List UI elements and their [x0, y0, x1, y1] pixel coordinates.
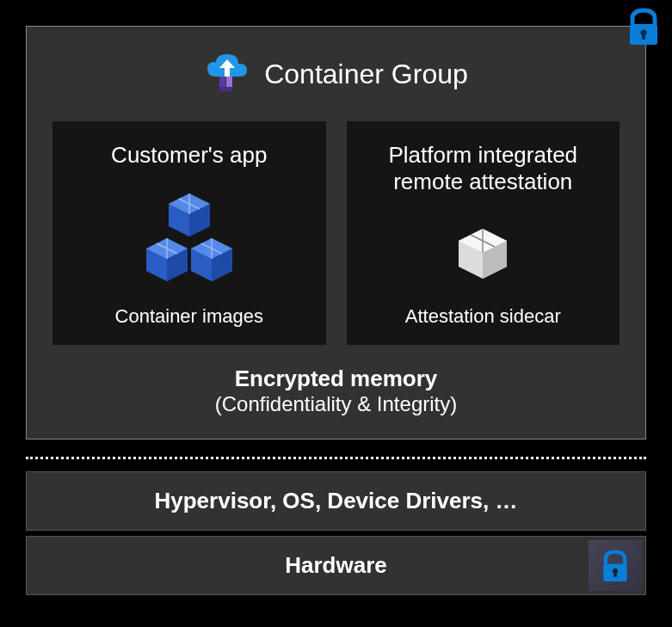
- encrypted-memory-title: Encrypted memory: [52, 366, 620, 392]
- trust-boundary-divider: [26, 457, 646, 459]
- hardware-security-badge: [589, 540, 642, 591]
- hardware-layer: Hardware: [26, 536, 646, 595]
- svg-rect-8: [613, 571, 616, 577]
- cloud-upload-icon: [204, 51, 250, 97]
- secure-lock-icon-top: [626, 7, 662, 50]
- attestation-subtitle: Attestation sidecar: [405, 305, 561, 328]
- hypervisor-layer: Hypervisor, OS, Device Drivers, …: [26, 471, 646, 531]
- attestation-sidecar-icon: [453, 211, 513, 295]
- attestation-title: Platform integrated remote attestation: [361, 142, 607, 195]
- customer-app-title: Customer's app: [111, 142, 267, 169]
- attestation-box: Platform integrated remote attestation A…: [347, 121, 620, 345]
- container-group-header: Container Group: [52, 51, 620, 97]
- containers-row: Customer's app: [52, 121, 620, 345]
- container-group-title: Container Group: [264, 58, 468, 90]
- svg-rect-3: [219, 77, 225, 89]
- svg-rect-4: [226, 77, 232, 89]
- encrypted-memory-row: Encrypted memory (Confidentiality & Inte…: [52, 345, 620, 439]
- customer-app-subtitle: Container images: [115, 305, 263, 328]
- lock-icon: [600, 549, 631, 583]
- container-images-icon: [129, 184, 250, 295]
- encrypted-memory-subtitle: (Confidentiality & Integrity): [52, 392, 620, 416]
- hardware-label: Hardware: [285, 552, 387, 578]
- customer-app-box: Customer's app: [52, 121, 326, 345]
- svg-rect-5: [219, 87, 232, 91]
- container-group-panel: Container Group Customer's app: [26, 26, 646, 440]
- hypervisor-label: Hypervisor, OS, Device Drivers, …: [155, 488, 518, 513]
- svg-rect-2: [642, 33, 645, 40]
